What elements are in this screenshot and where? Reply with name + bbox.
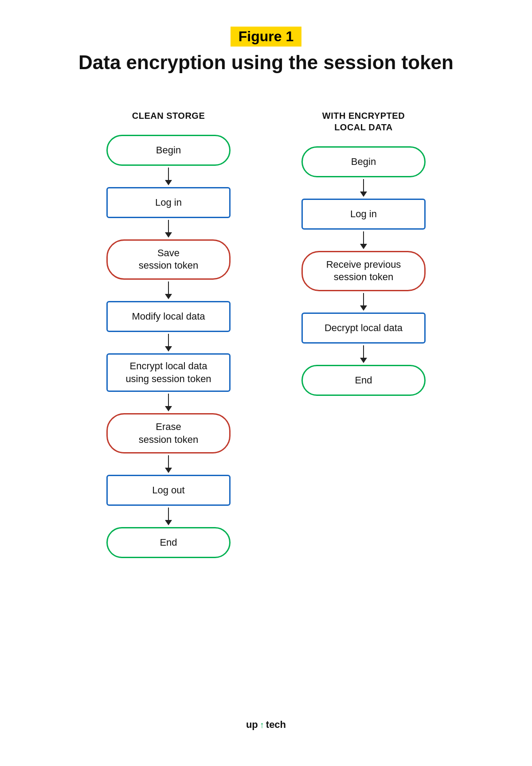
node-logout-1: Log out xyxy=(106,475,231,506)
arrow-7 xyxy=(165,508,172,525)
arrow-line xyxy=(168,394,169,406)
main-title: Data encryption using the session token xyxy=(78,51,454,74)
diagram-encrypted: WITH ENCRYPTEDLOCAL DATA Begin Log in Re… xyxy=(284,110,443,396)
arrow-line xyxy=(363,345,364,358)
arrow-head xyxy=(360,305,367,311)
arrow-1 xyxy=(165,168,172,185)
node-begin-1: Begin xyxy=(106,135,231,166)
diagram-encrypted-title: WITH ENCRYPTEDLOCAL DATA xyxy=(322,110,405,133)
footer-brand: up↑tech xyxy=(246,692,286,731)
node-end-2: End xyxy=(301,365,426,396)
diagrams-container: CLEAN STORGE Begin Log in Savesession to… xyxy=(18,110,514,559)
node-end-1: End xyxy=(106,527,231,558)
node-login-1: Log in xyxy=(106,187,231,218)
arrow-head xyxy=(165,406,172,411)
arrow-line xyxy=(168,334,169,346)
arrow-10 xyxy=(360,293,367,311)
arrow-head xyxy=(165,346,172,352)
arrow-line xyxy=(168,220,169,232)
arrow-9 xyxy=(360,231,367,249)
node-erase-session: Erasesession token xyxy=(106,413,231,453)
arrow-3 xyxy=(165,281,172,299)
arrow-8 xyxy=(360,179,367,197)
diagram-clean-storage-title: CLEAN STORGE xyxy=(132,110,205,121)
diagram-clean-storage: CLEAN STORGE Begin Log in Savesession to… xyxy=(89,110,248,559)
node-encrypt-local: Encrypt local datausing session token xyxy=(106,353,231,392)
arrow-11 xyxy=(360,345,367,363)
arrow-line xyxy=(168,281,169,294)
node-decrypt-local: Decrypt local data xyxy=(301,313,426,344)
figure-label: Figure 1 xyxy=(78,27,454,51)
node-receive-session: Receive previoussession token xyxy=(301,251,426,291)
arrow-2 xyxy=(165,220,172,238)
arrow-head xyxy=(360,192,367,197)
arrow-head xyxy=(165,520,172,525)
arrow-head xyxy=(165,294,172,299)
arrow-head xyxy=(165,180,172,185)
arrow-5 xyxy=(165,394,172,411)
arrow-6 xyxy=(165,455,172,473)
page-header: Figure 1 Data encryption using the sessi… xyxy=(78,27,454,74)
arrow-line xyxy=(363,231,364,244)
arrow-head xyxy=(360,244,367,249)
arrow-4 xyxy=(165,334,172,352)
node-begin-2: Begin xyxy=(301,146,426,177)
footer-brand-text1: up xyxy=(246,719,258,731)
footer-brand-text2: tech xyxy=(266,719,286,731)
arrow-head xyxy=(360,358,367,363)
footer-arrow-icon: ↑ xyxy=(260,720,264,730)
arrow-head xyxy=(165,232,172,238)
arrow-head xyxy=(165,468,172,473)
arrow-line xyxy=(363,179,364,192)
node-modify-local: Modify local data xyxy=(106,301,231,332)
arrow-line xyxy=(363,293,364,305)
arrow-line xyxy=(168,168,169,180)
arrow-line xyxy=(168,508,169,520)
node-login-2: Log in xyxy=(301,199,426,230)
arrow-line xyxy=(168,455,169,468)
node-save-session: Savesession token xyxy=(106,239,231,280)
